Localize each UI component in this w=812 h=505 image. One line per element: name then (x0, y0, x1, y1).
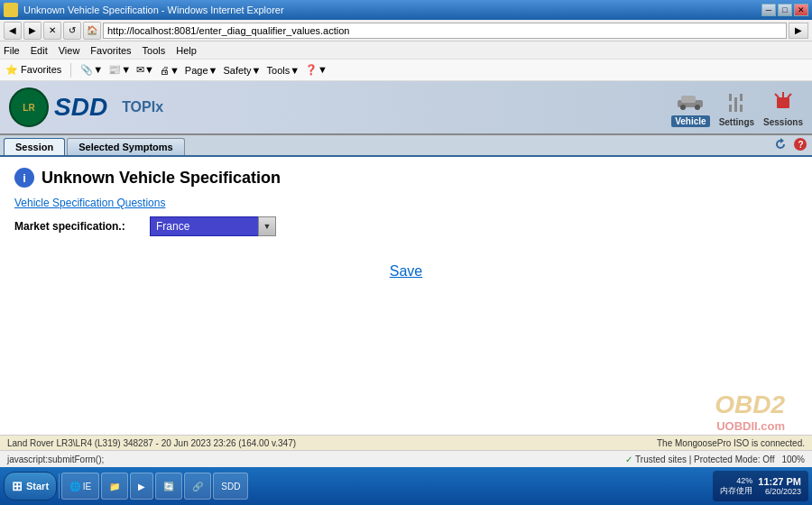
market-select[interactable]: France UK Germany Italy Spain USA (150, 216, 276, 236)
menu-favorites[interactable]: Favorites (90, 45, 131, 56)
sessions-icon-group[interactable]: Sessions (763, 90, 803, 127)
restore-button[interactable]: □ (778, 4, 792, 16)
settings-label: Settings (719, 117, 754, 127)
connection-text: The MongoosePro ISO is connected. (657, 438, 805, 448)
watermark-text: OBD2 (715, 390, 785, 419)
menu-help[interactable]: Help (176, 45, 197, 56)
main-content: i Unknown Vehicle Specification Vehicle … (0, 157, 812, 290)
svg-text:?: ? (798, 140, 804, 150)
tab-session[interactable]: Session (4, 138, 65, 155)
fav-separator-1 (70, 63, 71, 78)
check-icon: ✓ (625, 454, 632, 464)
page-title: Unknown Vehicle Specification (42, 169, 281, 188)
stop-button[interactable]: ✕ (43, 22, 61, 40)
start-button[interactable]: ⊞ Start (4, 472, 57, 500)
browser-toolbar: ◀ ▶ ✕ ↺ 🏠 ▶ (0, 20, 812, 41)
menu-bar: File Edit View Favorites Tools Help (0, 41, 812, 60)
trusted-sites: ✓ Trusted sites | Protected Mode: Off (625, 454, 774, 464)
minimize-button[interactable]: ─ (761, 4, 776, 16)
taskbar-refresh[interactable]: 🔄 (155, 473, 182, 500)
form-row-market: Market specification.: France UK Germany… (14, 216, 798, 236)
window-title: Unknown Vehicle Specification - Windows … (23, 5, 284, 15)
fav-tool-4[interactable]: 🖨▼ (160, 65, 180, 76)
land-rover-logo: LR (9, 87, 49, 127)
topix-logo: TOPIx (122, 99, 163, 115)
sdd-logo: SDD (54, 93, 107, 122)
vehicle-icon-group[interactable]: Vehicle (671, 88, 709, 127)
home-button[interactable]: 🏠 (83, 22, 101, 40)
fav-help[interactable]: ❓▼ (305, 64, 328, 76)
taskbar-sdd[interactable]: SDD (213, 473, 248, 500)
svg-rect-5 (734, 97, 737, 105)
watermark-subtext: UOBDII.com (715, 419, 785, 433)
menu-view[interactable]: View (59, 45, 80, 56)
vehicle-info-bar: Land Rover LR3\LR4 (L319) 348287 - 20 Ju… (0, 435, 812, 451)
market-select-wrapper[interactable]: France UK Germany Italy Spain USA ▼ (150, 216, 276, 236)
svg-rect-6 (740, 94, 743, 101)
address-bar[interactable] (103, 23, 787, 39)
market-label: Market specification.: (14, 220, 141, 233)
vehicle-label: Vehicle (671, 115, 709, 127)
zoom-level: 100% (781, 454, 805, 464)
tab-bar-right: ? (772, 136, 808, 155)
svg-line-13 (788, 94, 791, 97)
watermark: OBD2 UOBDII.com (715, 390, 785, 433)
svg-rect-8 (734, 105, 737, 112)
title-bar: Unknown Vehicle Specification - Windows … (0, 0, 812, 20)
svg-rect-1 (681, 96, 696, 103)
svg-rect-9 (740, 105, 743, 112)
title-bar-left: Unknown Vehicle Specification - Windows … (4, 3, 284, 17)
favorites-bar: ⭐ Favorites 📎▼ 📰▼ ✉▼ 🖨▼ Page▼ Safety▼ To… (0, 60, 812, 81)
tray-clock: 11:27 PM 6/20/2023 (758, 476, 801, 496)
svg-point-2 (680, 105, 686, 110)
settings-icon-group[interactable]: Settings (719, 90, 754, 127)
app-header: LR SDD TOPIx Vehicle (0, 81, 812, 135)
tray-memory: 42% 内存使用 (720, 476, 752, 497)
fav-safety[interactable]: Safety▼ (223, 65, 261, 76)
tab-bar: Session Selected Symptoms ? (0, 135, 812, 157)
fav-tool-3[interactable]: ✉▼ (136, 64, 154, 76)
system-tray: 42% 内存使用 11:27 PM 6/20/2023 (713, 471, 808, 501)
footer-area: Land Rover LR3\LR4 (L319) 348287 - 20 Ju… (0, 435, 812, 467)
ie-icon (4, 3, 18, 17)
go-button[interactable]: ▶ (789, 23, 808, 39)
svg-rect-10 (777, 97, 789, 108)
sessions-label: Sessions (763, 117, 803, 127)
menu-file[interactable]: File (4, 45, 20, 56)
refresh-button[interactable]: ↺ (63, 22, 81, 40)
svg-rect-4 (729, 94, 732, 101)
vehicle-icon[interactable] (676, 88, 705, 114)
sessions-icon[interactable] (769, 90, 798, 115)
taskbar: ⊞ Start 🌐 IE 📁 ▶ 🔄 🔗 SDD 42% 内存使用 11:27 … (0, 467, 812, 505)
help-tab-icon[interactable]: ? (792, 136, 808, 152)
menu-tools[interactable]: Tools (143, 45, 166, 56)
taskbar-media[interactable]: ▶ (130, 473, 153, 500)
header-icons: Vehicle Settings (671, 88, 803, 127)
taskbar-divider-1 (59, 473, 60, 499)
fav-tools[interactable]: Tools▼ (267, 65, 300, 76)
svg-rect-7 (729, 105, 732, 112)
settings-icon[interactable] (722, 90, 751, 115)
taskbar-folder[interactable]: 📁 (101, 473, 128, 500)
menu-edit[interactable]: Edit (31, 45, 48, 56)
fav-page[interactable]: Page▼ (185, 65, 218, 76)
close-button[interactable]: ✕ (794, 4, 808, 16)
page-header: i Unknown Vehicle Specification (14, 168, 798, 188)
taskbar-connect[interactable]: 🔗 (184, 473, 211, 500)
vehicle-info-text: Land Rover LR3\LR4 (L319) 348287 - 20 Ju… (7, 438, 296, 448)
svg-line-12 (775, 94, 779, 97)
fav-tool-2[interactable]: 📰▼ (108, 64, 131, 76)
info-icon: i (14, 168, 34, 188)
refresh-tab-icon[interactable] (772, 136, 789, 152)
section-title[interactable]: Vehicle Specification Questions (14, 197, 798, 209)
favorites-label[interactable]: ⭐ Favorites (5, 64, 61, 76)
tab-selected-symptoms[interactable]: Selected Symptoms (67, 138, 185, 155)
status-bar: javascript:submitForm(); ✓ Trusted sites… (0, 451, 812, 467)
status-left: javascript:submitForm(); (7, 454, 104, 464)
fav-tool-1[interactable]: 📎▼ (80, 64, 103, 76)
forward-button[interactable]: ▶ (23, 22, 42, 40)
window-controls: ─ □ ✕ (761, 4, 808, 16)
save-link[interactable]: Save (14, 263, 798, 280)
back-button[interactable]: ◀ (4, 22, 22, 40)
taskbar-ie[interactable]: 🌐 IE (61, 473, 99, 500)
